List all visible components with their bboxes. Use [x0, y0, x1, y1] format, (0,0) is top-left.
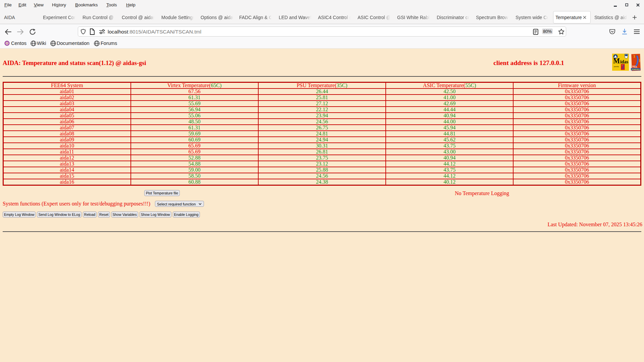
- svg-text:idas: idas: [620, 59, 628, 64]
- svg-text:powered by: powered by: [614, 66, 619, 67]
- svg-text:POWERED: POWERED: [632, 68, 640, 70]
- svg-text:TCL: TCL: [632, 65, 638, 68]
- svg-text:M: M: [613, 56, 620, 65]
